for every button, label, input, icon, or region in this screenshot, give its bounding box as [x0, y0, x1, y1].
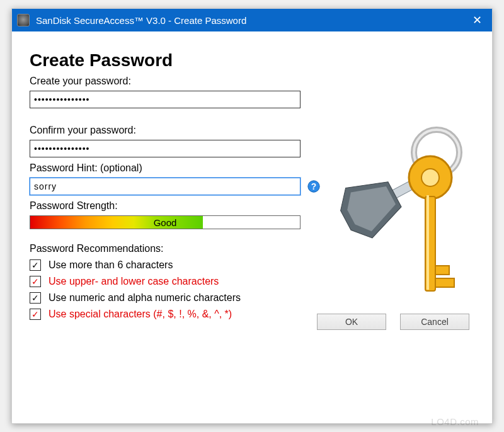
recommendation-text: Use special characters (#, $, !, %, &, ^… — [49, 309, 232, 320]
password-strength-meter: Good — [30, 215, 301, 229]
password-strength-text: Good — [30, 216, 300, 229]
cancel-button[interactable]: Cancel — [400, 314, 469, 330]
svg-rect-12 — [435, 266, 449, 275]
recommendation-text: Use numeric and alpha numeric characters — [49, 292, 241, 304]
create-password-label: Create your password: — [30, 76, 474, 87]
cancel-button-label: Cancel — [421, 317, 449, 327]
help-icon[interactable]: ? — [307, 179, 321, 193]
keys-illustration — [323, 115, 481, 291]
window-title: SanDisk SecureAccess™ V3.0 - Create Pass… — [36, 15, 462, 26]
recommendation-text: Use upper- and lower case characters — [49, 276, 219, 287]
create-password-input[interactable]: ••••••••••••••• — [30, 91, 301, 108]
app-icon — [17, 14, 30, 26]
svg-text:?: ? — [311, 182, 316, 191]
close-icon: ✕ — [472, 13, 482, 27]
create-password-value: ••••••••••••••• — [34, 94, 90, 105]
dialog-content: Create Password Create your password: ••… — [12, 31, 492, 335]
confirm-password-input[interactable]: ••••••••••••••• — [30, 140, 301, 157]
dialog-window: SanDisk SecureAccess™ V3.0 - Create Pass… — [11, 8, 493, 424]
recommendation-checkbox[interactable]: ✓ — [30, 259, 41, 271]
close-button[interactable]: ✕ — [462, 9, 492, 31]
recommendation-text: Use more than 6 characters — [49, 259, 173, 271]
recommendation-checkbox[interactable]: ✓ — [30, 292, 41, 304]
page-title: Create Password — [30, 50, 474, 71]
confirm-password-value: ••••••••••••••• — [34, 144, 90, 154]
recommendation-checkbox[interactable]: ✓ — [30, 309, 41, 320]
titlebar: SanDisk SecureAccess™ V3.0 - Create Pass… — [12, 9, 492, 31]
svg-rect-13 — [435, 278, 454, 287]
password-hint-input[interactable]: sorry — [30, 178, 301, 195]
ok-button-label: OK — [345, 317, 358, 327]
password-hint-value: sorry — [34, 181, 57, 191]
ok-button[interactable]: OK — [317, 314, 386, 330]
recommendation-checkbox[interactable]: ✓ — [30, 276, 41, 287]
svg-point-10 — [421, 169, 439, 186]
svg-rect-14 — [427, 195, 429, 290]
dialog-buttons: OK Cancel — [317, 314, 469, 330]
